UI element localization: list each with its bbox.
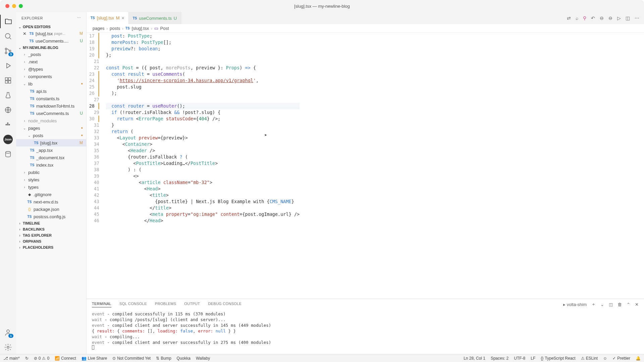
svg-point-13 [6,152,11,154]
status-eslint[interactable]: ⚠ ESLint [581,356,598,361]
status-branch[interactable]: ⎇ main* [3,356,20,361]
file-item[interactable]: TSconstants.ts [16,95,86,102]
editor-tab[interactable]: TSuseComments.ts U [129,12,181,24]
minimize-window-button[interactable] [12,4,16,8]
close-tab-icon[interactable]: × [122,15,124,21]
file-item[interactable]: TSmarkdownToHtml.ts [16,102,86,110]
panel-tab[interactable]: SQL CONSOLE [119,302,147,307]
panel-tab[interactable]: PROBLEMS [155,302,176,307]
accounts-icon[interactable]: 1 [0,326,16,339]
status-connect[interactable]: 📶 Connect [55,356,76,361]
panel-tab[interactable]: OUTPUT [184,302,200,307]
open-editors-section[interactable]: ⌄OPEN EDITORS [16,24,86,30]
status-lang[interactable]: {} TypeScript React [541,356,575,361]
maximize-window-button[interactable] [19,4,23,8]
explorer-icon[interactable] [0,15,16,28]
folder-node-modules[interactable]: ›node_modules [16,117,86,124]
backlinks-section[interactable]: ›BACKLINKS [16,226,86,232]
toolbar-more-icon[interactable]: ⋯ [635,15,639,21]
terminal-shell-select[interactable]: ▸ volta-shim [563,302,587,307]
panel-tab[interactable]: TERMINAL [92,302,111,307]
toolbar-find-icon[interactable]: ⌕ [576,15,578,21]
toolbar-pin-icon[interactable]: ⚲ [583,15,586,21]
placeholders-section[interactable]: ›PLACEHOLDERS [16,244,86,250]
status-eol[interactable]: LF [531,356,535,361]
toolbar-compare-icon[interactable]: ⇄ [567,15,571,21]
editor-tab[interactable]: TS[slug].tsx M× [87,12,129,24]
status-sync[interactable]: ↻ [25,356,29,361]
folder-posts[interactable]: ›_posts [16,51,86,58]
svg-rect-5 [8,78,11,80]
settings-icon[interactable] [0,341,16,354]
status-encoding[interactable]: UTF-8 [514,356,525,361]
status-problems[interactable]: ⊘ 0 ⚠ 0 [34,356,49,361]
file-postcss[interactable]: TSpostcss.config.js [16,213,86,220]
close-window-button[interactable] [5,4,9,8]
folder-types-2[interactable]: ›types [16,183,86,191]
remote-icon[interactable] [0,103,16,117]
terminal-close-icon[interactable]: ✕ [635,302,639,307]
folder-pages[interactable]: ⌄pages• [16,124,86,132]
svg-point-14 [7,330,9,333]
tag-explorer-section[interactable]: ›TAG EXPLORER [16,232,86,238]
toolbar-split-icon[interactable]: ◫ [626,15,630,21]
json-icon[interactable]: Json [3,135,13,144]
svg-point-15 [7,346,9,348]
status-bump[interactable]: ⇅ Bump [156,356,171,361]
toolbar-undo-icon[interactable]: ↶ [591,15,595,21]
status-wallaby[interactable]: Wallaby [196,356,210,361]
source-control-icon[interactable]: 3 [0,44,16,58]
folder-components[interactable]: ›components [16,73,86,80]
breadcrumb[interactable]: pages› posts› TS[slug].tsx› ▭Post [87,24,644,33]
project-section[interactable]: ⌄MY-NEWLINE-BLOG [16,45,86,51]
folder-public[interactable]: ›public [16,169,86,176]
file-nextenv[interactable]: TSnext-env.d.ts [16,198,86,205]
open-editor-item[interactable]: ✕TS[slug].tsx page...M [16,30,86,37]
docker-icon[interactable] [0,118,16,131]
open-editor-item[interactable]: TSuseComments....U [16,37,86,45]
status-liveshare[interactable]: 👥 Live Share [82,356,107,361]
orphans-section[interactable]: ›ORPHANS [16,238,86,244]
folder-next[interactable]: ›.next [16,58,86,65]
file-slug[interactable]: TS[slug].tsxM [16,139,86,146]
folder-styles[interactable]: ›styles [16,176,86,183]
terminal-maximize-icon[interactable]: ⌃ [627,302,630,307]
file-usecomments[interactable]: TSuseComments.tsU [16,110,86,117]
toolbar-run-icon[interactable]: ▷ [617,15,621,21]
status-prettier[interactable]: ✓ Prettier [612,356,630,361]
toolbar-next-icon[interactable]: ⊖ [608,15,612,21]
terminal-split-icon[interactable]: ◫ [609,302,613,307]
search-icon[interactable] [0,29,16,43]
status-spaces[interactable]: Spaces: 2 [491,356,508,361]
file-gitignore[interactable]: ◆.gitignore [16,191,86,198]
testing-icon[interactable] [0,88,16,102]
timeline-section[interactable]: ›TIMELINE [16,220,86,226]
svg-rect-12 [7,123,8,124]
file-app[interactable]: TS_app.tsx [16,146,86,154]
explorer-more-icon[interactable]: ⋯ [77,16,81,20]
file-package[interactable]: {}package.json [16,205,86,213]
file-item[interactable]: TSapi.ts [16,87,86,95]
panel-tab[interactable]: DEBUG CONSOLE [208,302,241,307]
terminal-trash-icon[interactable]: 🗑 [618,302,622,307]
toolbar-prev-icon[interactable]: ⊖ [600,15,604,21]
status-commit[interactable]: ⊙ Not Committed Yet [112,356,151,361]
extensions-icon[interactable] [0,74,16,87]
folder-types[interactable]: ›@types [16,65,86,73]
status-feedback[interactable]: ☺ [603,356,607,361]
status-position[interactable]: Ln 28, Col 1 [464,356,485,361]
file-index[interactable]: TSindex.tsx [16,161,86,169]
svg-point-1 [5,48,7,50]
terminal-new-icon[interactable]: ＋ [591,301,596,307]
file-document[interactable]: TS_document.tsx [16,154,86,161]
run-debug-icon[interactable] [0,59,16,72]
folder-lib[interactable]: ⌄lib• [16,80,86,87]
database-icon[interactable] [0,147,16,161]
status-quokka[interactable]: Quokka [177,356,191,361]
explorer-title: EXPLORER [21,16,43,20]
status-bell-icon[interactable]: 🔔 [636,356,641,361]
terminal-output[interactable]: event - compiled successfully in 115 ms … [87,310,644,354]
terminal-dropdown-icon[interactable]: ⌄ [600,302,604,307]
folder-pages-posts[interactable]: ⌄posts• [16,132,86,139]
code-editor[interactable]: 1718192021222324252627282930313233343536… [87,33,644,299]
